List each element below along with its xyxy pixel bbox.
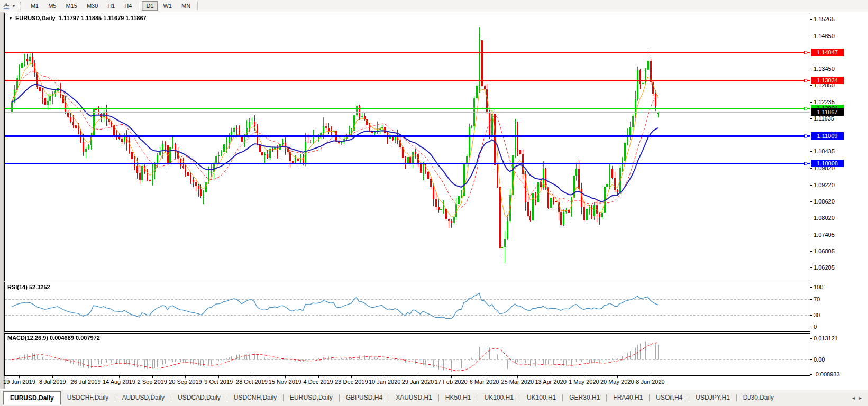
date-tick-mark [152, 376, 153, 378]
date-tick-mark [351, 376, 352, 378]
timeframe-button-h4[interactable]: H4 [120, 1, 136, 11]
date-label: 9 Oct 2019 [204, 379, 233, 385]
date-label: 14 Aug 2019 [103, 379, 135, 385]
date-label: 23 Dec 2019 [335, 379, 368, 385]
timeframe-button-m30[interactable]: M30 [83, 1, 102, 11]
tab-scroll-right-icon[interactable]: ▸ [857, 395, 864, 401]
chart-shift-icon[interactable] [2, 2, 11, 10]
chart-tab-ger30-h1[interactable]: GER30,H1 [563, 391, 606, 404]
price-tick-label: 1.14650 [814, 33, 835, 39]
date-label: 10 Jan 2020 [369, 379, 401, 385]
chart-tab-usdcnh-daily[interactable]: USDCNH,Daily [227, 391, 283, 404]
date-tick-mark [551, 376, 551, 378]
toolbar-grip[interactable] [20, 2, 23, 10]
date-label: 8 Jun 2020 [636, 379, 664, 385]
toolbar-separator [197, 2, 198, 10]
date-tick-mark [218, 376, 219, 378]
timeframe-button-h1[interactable]: H1 [103, 1, 119, 11]
price-tick-label: 1.08620 [814, 198, 835, 205]
axis-tick-mark [810, 201, 812, 202]
chart-tab-usdchf-daily[interactable]: USDCHF,Daily [61, 391, 115, 404]
chart-tab-fra40-h1[interactable]: FRA40,H1 [607, 391, 649, 404]
date-tick-mark [584, 376, 584, 378]
chart-tab-eurusd-daily[interactable]: EURUSD,Daily [284, 391, 339, 404]
chart-tab-xauusd-h1[interactable]: XAUUSD,H1 [389, 391, 438, 404]
chart-tab-usdcad-daily[interactable]: USDCAD,Daily [171, 391, 227, 404]
chart-tabs: EURUSD,DailyUSDCHF,DailyAUDUSD,DailyUSDC… [0, 391, 780, 404]
chart-title: ▼EURUSD,Daily 1.11797 1.11885 1.11679 1.… [8, 15, 147, 21]
axis-tick-mark [810, 168, 812, 169]
price-tick-label: 1.10435 [814, 148, 835, 154]
date-label: 8 Jul 2019 [39, 379, 66, 385]
price-tick-label: 1.09220 [814, 182, 835, 188]
axis-tick-mark [810, 374, 812, 375]
date-label: 17 Feb 2020 [435, 379, 468, 385]
date-tick-mark [185, 376, 186, 378]
axis-tick-mark [810, 299, 812, 300]
date-label: 4 Dec 2019 [303, 379, 333, 385]
tab-scroll-left-icon[interactable]: ◂ [850, 395, 857, 401]
axis-tick-mark [810, 267, 812, 268]
price-tick-label: 1.11635 [814, 115, 834, 122]
timeframe-button-m5[interactable]: M5 [44, 1, 60, 11]
axis-tick-mark [810, 235, 812, 235]
macd-tick-label: -0.008933 [814, 371, 840, 377]
axis-tick-mark [810, 359, 812, 360]
axis-tick-mark [810, 69, 812, 69]
date-label: 1 May 2020 [569, 379, 599, 385]
rsi-indicator-canvas[interactable] [4, 282, 810, 332]
axis-tick-mark [810, 36, 812, 36]
price-chart-canvas[interactable] [4, 13, 810, 281]
timeframe-button-d1[interactable]: D1 [142, 1, 158, 11]
axis-tick-mark [810, 85, 812, 86]
hline-price-label: 1.10008 [811, 160, 844, 167]
price-tick-label: 1.06205 [814, 264, 835, 271]
date-tick-mark [517, 376, 518, 378]
chart-tab-eurusd-daily[interactable]: EURUSD,Daily [3, 391, 61, 405]
macd-tick-label: 0.013121 [814, 335, 838, 342]
current-price-label: 1.11867 [811, 108, 844, 116]
rsi-tick-label: 100 [814, 284, 823, 290]
chart-tab-usdjpy-h1[interactable]: USDJPY,H1 [689, 391, 736, 404]
chart-tab-hk50-h1[interactable]: HK50,H1 [439, 391, 478, 404]
chart-tab-uk100-h1[interactable]: UK100,H1 [520, 391, 562, 404]
chart-tab-usoil-h4[interactable]: USOil,H4 [650, 391, 689, 404]
rsi-tick-label: 30 [814, 312, 820, 318]
date-tick-mark [86, 376, 86, 378]
chart-tab-audusd-daily[interactable]: AUDUSD,Daily [115, 391, 171, 404]
axis-tick-mark [810, 315, 812, 316]
date-label: 13 Apr 2020 [535, 379, 566, 385]
timeframe-button-m1[interactable]: M1 [26, 1, 43, 11]
symbol-dropdown-icon[interactable]: ▼ [8, 16, 13, 21]
date-tick-mark [651, 376, 651, 378]
chevron-down-icon[interactable]: ▼ [12, 4, 16, 8]
chart-tab-gbpusd-h4[interactable]: GBPUSD,H4 [340, 391, 389, 404]
date-label: 6 Mar 2020 [470, 379, 499, 385]
price-tick-label: 1.06805 [814, 248, 835, 254]
axis-tick-mark [810, 118, 812, 119]
rsi-tick-label: 0 [814, 324, 817, 330]
date-tick-mark [617, 376, 618, 378]
axis-tick-mark [810, 102, 812, 103]
chart-tab-uk100-h1[interactable]: UK100,H1 [478, 391, 520, 404]
price-tick-label: 1.08020 [814, 215, 835, 221]
date-label: 20 May 2020 [600, 379, 634, 385]
toolbar-separator [139, 2, 139, 10]
date-tick-mark [252, 376, 252, 378]
timeframe-button-w1[interactable]: W1 [159, 1, 176, 11]
rsi-tick-label: 70 [814, 296, 820, 302]
date-label: 28 Oct 2019 [236, 379, 268, 385]
timeframe-button-mn[interactable]: MN [177, 1, 195, 11]
axis-tick-mark [810, 185, 812, 186]
date-label: 25 Mar 2020 [501, 379, 534, 385]
timeframe-button-m15[interactable]: M15 [61, 1, 81, 11]
date-tick-mark [451, 376, 452, 378]
macd-indicator-canvas[interactable] [4, 333, 810, 376]
chart-tab-dj30-daily[interactable]: DJ30,Daily [737, 391, 780, 404]
date-label: 2 Sep 2019 [138, 379, 167, 385]
macd-label: MACD(12,26,9) 0.004689 0.007972 [7, 335, 100, 341]
chart-ohlc-values: 1.11797 1.11885 1.11679 1.11867 [59, 15, 147, 21]
macd-tick-label: 0.00 [814, 356, 825, 363]
axis-tick-mark [810, 19, 812, 20]
date-tick-mark [19, 376, 20, 378]
